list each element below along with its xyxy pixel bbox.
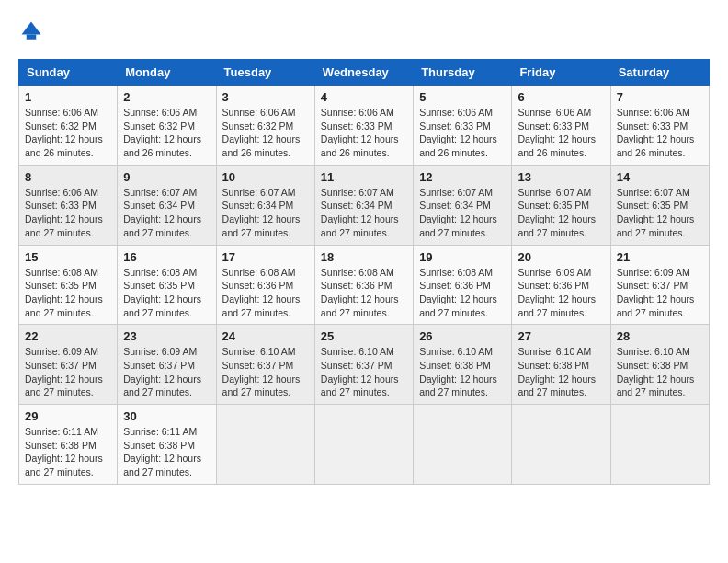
day-info: Sunrise: 6:09 AM Sunset: 6:36 PM Dayligh… [518,266,604,320]
calendar-cell: 29 Sunrise: 6:11 AM Sunset: 6:38 PM Dayl… [19,405,118,485]
day-info: Sunrise: 6:06 AM Sunset: 6:33 PM Dayligh… [518,106,604,160]
calendar-cell: 25 Sunrise: 6:10 AM Sunset: 6:37 PM Dayl… [314,325,413,405]
day-info: Sunrise: 6:06 AM Sunset: 6:32 PM Dayligh… [123,106,210,160]
day-info: Sunrise: 6:09 AM Sunset: 6:37 PM Dayligh… [617,266,703,320]
day-info: Sunrise: 6:08 AM Sunset: 6:36 PM Dayligh… [419,266,506,320]
day-info: Sunrise: 6:06 AM Sunset: 6:33 PM Dayligh… [321,106,407,160]
column-header-friday: Friday [512,60,610,86]
day-info: Sunrise: 6:07 AM Sunset: 6:34 PM Dayligh… [123,186,210,240]
day-info: Sunrise: 6:07 AM Sunset: 6:34 PM Dayligh… [419,186,506,240]
day-info: Sunrise: 6:08 AM Sunset: 6:35 PM Dayligh… [25,266,111,320]
calendar-cell: 24 Sunrise: 6:10 AM Sunset: 6:37 PM Dayl… [216,325,314,405]
day-number: 4 [321,90,407,104]
day-number: 11 [321,170,407,184]
calendar-cell: 26 Sunrise: 6:10 AM Sunset: 6:38 PM Dayl… [414,325,512,405]
day-number: 25 [321,329,407,343]
day-info: Sunrise: 6:10 AM Sunset: 6:38 PM Dayligh… [419,345,506,399]
column-header-saturday: Saturday [610,60,709,86]
logo-icon [18,18,44,44]
day-info: Sunrise: 6:11 AM Sunset: 6:38 PM Dayligh… [123,425,210,479]
column-header-wednesday: Wednesday [314,60,413,86]
day-number: 26 [419,329,506,343]
day-number: 6 [518,90,604,104]
calendar-cell: 6 Sunrise: 6:06 AM Sunset: 6:33 PM Dayli… [512,86,610,166]
calendar-cell: 17 Sunrise: 6:08 AM Sunset: 6:36 PM Dayl… [216,245,314,325]
calendar-cell: 3 Sunrise: 6:06 AM Sunset: 6:32 PM Dayli… [216,86,314,166]
day-number: 19 [419,250,506,264]
day-number: 22 [25,329,111,343]
logo [18,18,48,44]
day-number: 30 [123,409,210,423]
calendar-cell: 22 Sunrise: 6:09 AM Sunset: 6:37 PM Dayl… [19,325,118,405]
calendar-cell: 18 Sunrise: 6:08 AM Sunset: 6:36 PM Dayl… [314,245,413,325]
page-header [18,18,710,44]
day-number: 15 [25,250,111,264]
calendar-body: 1 Sunrise: 6:06 AM Sunset: 6:32 PM Dayli… [19,86,710,485]
calendar-cell: 19 Sunrise: 6:08 AM Sunset: 6:36 PM Dayl… [414,245,512,325]
day-info: Sunrise: 6:06 AM Sunset: 6:32 PM Dayligh… [222,106,309,160]
calendar-cell: 23 Sunrise: 6:09 AM Sunset: 6:37 PM Dayl… [118,325,216,405]
calendar-week-4: 22 Sunrise: 6:09 AM Sunset: 6:37 PM Dayl… [19,325,710,405]
day-info: Sunrise: 6:07 AM Sunset: 6:35 PM Dayligh… [518,186,604,240]
day-number: 12 [419,170,506,184]
calendar-cell [314,405,413,485]
day-info: Sunrise: 6:07 AM Sunset: 6:34 PM Dayligh… [222,186,309,240]
calendar-cell: 20 Sunrise: 6:09 AM Sunset: 6:36 PM Dayl… [512,245,610,325]
day-info: Sunrise: 6:06 AM Sunset: 6:33 PM Dayligh… [419,106,506,160]
calendar-cell: 16 Sunrise: 6:08 AM Sunset: 6:35 PM Dayl… [118,245,216,325]
day-info: Sunrise: 6:08 AM Sunset: 6:36 PM Dayligh… [222,266,309,320]
calendar-table: SundayMondayTuesdayWednesdayThursdayFrid… [18,59,710,485]
day-info: Sunrise: 6:10 AM Sunset: 6:37 PM Dayligh… [222,345,309,399]
calendar-cell: 27 Sunrise: 6:10 AM Sunset: 6:38 PM Dayl… [512,325,610,405]
day-number: 21 [617,250,703,264]
calendar-cell [512,405,610,485]
day-number: 27 [518,329,604,343]
calendar-cell: 14 Sunrise: 6:07 AM Sunset: 6:35 PM Dayl… [610,165,709,245]
day-number: 28 [617,329,703,343]
day-info: Sunrise: 6:06 AM Sunset: 6:33 PM Dayligh… [25,186,111,240]
calendar-week-1: 1 Sunrise: 6:06 AM Sunset: 6:32 PM Dayli… [19,86,710,166]
calendar-week-2: 8 Sunrise: 6:06 AM Sunset: 6:33 PM Dayli… [19,165,710,245]
day-number: 14 [617,170,703,184]
day-number: 18 [321,250,407,264]
day-number: 10 [222,170,309,184]
day-number: 5 [419,90,506,104]
calendar-cell [414,405,512,485]
calendar-cell: 1 Sunrise: 6:06 AM Sunset: 6:32 PM Dayli… [19,86,118,166]
calendar-week-3: 15 Sunrise: 6:08 AM Sunset: 6:35 PM Dayl… [19,245,710,325]
calendar-header: SundayMondayTuesdayWednesdayThursdayFrid… [19,60,710,86]
svg-rect-1 [27,35,37,40]
calendar-cell [610,405,709,485]
calendar-cell: 12 Sunrise: 6:07 AM Sunset: 6:34 PM Dayl… [414,165,512,245]
calendar-cell: 13 Sunrise: 6:07 AM Sunset: 6:35 PM Dayl… [512,165,610,245]
day-number: 16 [123,250,210,264]
calendar-cell: 30 Sunrise: 6:11 AM Sunset: 6:38 PM Dayl… [118,405,216,485]
day-info: Sunrise: 6:10 AM Sunset: 6:37 PM Dayligh… [321,345,407,399]
day-info: Sunrise: 6:08 AM Sunset: 6:36 PM Dayligh… [321,266,407,320]
day-number: 3 [222,90,309,104]
day-info: Sunrise: 6:07 AM Sunset: 6:35 PM Dayligh… [617,186,703,240]
calendar-cell: 7 Sunrise: 6:06 AM Sunset: 6:33 PM Dayli… [610,86,709,166]
day-number: 2 [123,90,210,104]
column-header-tuesday: Tuesday [216,60,314,86]
svg-marker-0 [22,22,41,35]
day-number: 29 [25,409,111,423]
day-info: Sunrise: 6:06 AM Sunset: 6:33 PM Dayligh… [617,106,703,160]
column-header-sunday: Sunday [19,60,118,86]
calendar-cell: 11 Sunrise: 6:07 AM Sunset: 6:34 PM Dayl… [314,165,413,245]
calendar-cell: 10 Sunrise: 6:07 AM Sunset: 6:34 PM Dayl… [216,165,314,245]
day-number: 23 [123,329,210,343]
day-info: Sunrise: 6:10 AM Sunset: 6:38 PM Dayligh… [518,345,604,399]
calendar-cell: 15 Sunrise: 6:08 AM Sunset: 6:35 PM Dayl… [19,245,118,325]
calendar-cell: 21 Sunrise: 6:09 AM Sunset: 6:37 PM Dayl… [610,245,709,325]
day-info: Sunrise: 6:07 AM Sunset: 6:34 PM Dayligh… [321,186,407,240]
day-info: Sunrise: 6:08 AM Sunset: 6:35 PM Dayligh… [123,266,210,320]
day-number: 8 [25,170,111,184]
calendar-cell: 4 Sunrise: 6:06 AM Sunset: 6:33 PM Dayli… [314,86,413,166]
day-number: 20 [518,250,604,264]
column-header-thursday: Thursday [414,60,512,86]
calendar-cell: 28 Sunrise: 6:10 AM Sunset: 6:38 PM Dayl… [610,325,709,405]
day-info: Sunrise: 6:11 AM Sunset: 6:38 PM Dayligh… [25,425,111,479]
calendar-cell [216,405,314,485]
day-info: Sunrise: 6:09 AM Sunset: 6:37 PM Dayligh… [123,345,210,399]
